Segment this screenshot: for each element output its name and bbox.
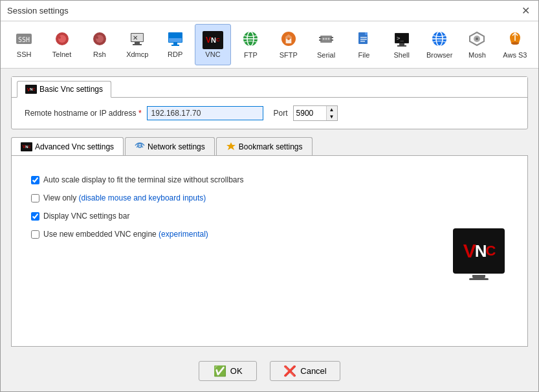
close-button[interactable]: ✕ xyxy=(519,5,532,17)
basic-vnc-body: Remote hostname or IP address * Port ▲ ▼ xyxy=(12,98,527,129)
hostname-field-group: Remote hostname or IP address * xyxy=(25,106,263,120)
footer-buttons: ✅ OK ❌ Cancel xyxy=(1,354,538,391)
adv-tab-network[interactable]: Network settings xyxy=(125,137,215,155)
port-label: Port xyxy=(274,109,288,118)
svg-rect-25 xyxy=(319,37,322,38)
viewonly-label: View only (disable mouse and keyboard in… xyxy=(43,193,206,202)
svg-rect-27 xyxy=(331,37,333,38)
proto-label-browser: Browser xyxy=(426,51,452,59)
proto-btn-sftp[interactable]: SFTP xyxy=(270,24,307,65)
viewonly-checkbox[interactable] xyxy=(31,194,39,202)
ok-label: OK xyxy=(230,366,243,376)
proto-btn-xdmcp[interactable]: ✕ Xdmcp xyxy=(119,24,155,65)
proto-label-awss3: Aws S3 xyxy=(503,51,527,59)
proto-btn-telnet[interactable]: Telnet xyxy=(43,24,80,65)
adv-tab-label-2: Bookmark settings xyxy=(239,142,303,151)
proto-btn-file[interactable]: File xyxy=(346,24,382,65)
cancel-icon: ❌ xyxy=(283,365,296,377)
session-settings-window: Session settings ✕ SSH SSH Telnet Rsh xyxy=(0,0,539,392)
svg-rect-41 xyxy=(397,45,406,47)
proto-label-serial: Serial xyxy=(317,51,335,59)
mosh-icon xyxy=(468,30,486,50)
svg-point-47 xyxy=(511,42,519,45)
svg-text:>_: >_ xyxy=(397,35,404,41)
proto-label-xdmcp: Xdmcp xyxy=(126,50,148,58)
shell-icon: >_ xyxy=(393,30,411,50)
adv-tab-bookmark[interactable]: Bookmark settings xyxy=(216,137,313,155)
svg-point-30 xyxy=(325,38,327,40)
svg-point-31 xyxy=(328,38,330,40)
network-icon xyxy=(135,141,145,152)
proto-label-mosh: Mosh xyxy=(468,51,486,59)
protocol-toolbar: SSH SSH Telnet Rsh ✕ Xdmcp xyxy=(1,21,538,69)
hostname-label: Remote hostname or IP address * xyxy=(25,109,142,118)
basic-vnc-tab-icon: VNC xyxy=(25,85,37,94)
title-bar: Session settings ✕ xyxy=(1,1,538,21)
proto-label-ftp: FTP xyxy=(244,51,258,59)
ok-button[interactable]: ✅ OK xyxy=(199,361,257,381)
window-title: Session settings xyxy=(7,6,69,16)
proto-btn-shell[interactable]: >_ Shell xyxy=(384,24,420,65)
adv-tab-label-0: Advanced Vnc settings xyxy=(35,142,114,151)
proto-btn-serial[interactable]: Serial xyxy=(308,24,344,65)
svg-marker-50 xyxy=(226,142,236,150)
svg-text:✕: ✕ xyxy=(133,34,138,41)
spinner-down-button[interactable]: ▼ xyxy=(327,113,337,120)
proto-btn-vnc[interactable]: VNC VNC xyxy=(195,24,231,65)
display-bar-checkbox[interactable] xyxy=(31,212,39,221)
svg-point-4 xyxy=(58,36,61,39)
svg-rect-17 xyxy=(171,45,179,46)
svg-point-3 xyxy=(58,35,66,43)
hostname-input[interactable] xyxy=(147,106,263,120)
new-engine-checkbox[interactable] xyxy=(31,230,39,239)
proto-btn-ssh[interactable]: SSH SSH xyxy=(6,24,42,65)
autoscale-checkbox[interactable] xyxy=(31,176,39,184)
adv-tab-advanced-vnc[interactable]: VNC Advanced Vnc settings xyxy=(11,137,124,155)
advanced-vnc-panel: VNC Advanced Vnc settings Network settin… xyxy=(11,137,528,347)
vnc-monitor-base xyxy=(469,278,489,280)
required-marker: * xyxy=(138,109,142,118)
spinner-up-button[interactable]: ▲ xyxy=(327,106,337,113)
proto-btn-rdp[interactable]: RDP xyxy=(157,24,193,65)
rsh-icon xyxy=(91,31,109,49)
bookmark-icon xyxy=(226,141,236,152)
proto-label-sftp: SFTP xyxy=(280,51,298,59)
proto-label-telnet: Telnet xyxy=(52,50,71,58)
proto-label-rdp: RDP xyxy=(168,50,182,58)
svg-rect-26 xyxy=(319,39,322,41)
svg-point-6 xyxy=(96,35,104,43)
proto-btn-mosh[interactable]: Mosh xyxy=(459,24,495,65)
vnc-logo: VNC xyxy=(453,228,505,274)
svg-rect-34 xyxy=(360,37,367,38)
vnc-logo-area: VNC xyxy=(450,169,508,333)
autoscale-label: Auto scale display to fit the terminal s… xyxy=(43,175,243,184)
port-spinner: ▲ ▼ xyxy=(293,105,338,121)
proto-btn-browser[interactable]: Browser xyxy=(421,24,457,65)
awss3-icon xyxy=(506,30,524,50)
xdmcp-icon: ✕ xyxy=(128,31,146,49)
proto-label-file: File xyxy=(358,51,370,59)
basic-vnc-tab[interactable]: VNC Basic Vnc settings xyxy=(17,81,111,98)
vnc-logo-text: VNC xyxy=(463,240,495,262)
rdp-icon xyxy=(166,31,184,49)
svg-rect-36 xyxy=(360,41,365,42)
svg-rect-12 xyxy=(133,44,142,45)
svg-text:SSH: SSH xyxy=(18,36,30,43)
checkbox-new-engine: Use new embedded VNC engine (experimenta… xyxy=(31,230,437,239)
browser-icon xyxy=(430,30,448,50)
proto-btn-awss3[interactable]: Aws S3 xyxy=(497,24,533,65)
sftp-icon xyxy=(280,30,298,50)
file-icon xyxy=(355,30,373,50)
port-input[interactable] xyxy=(294,107,326,120)
cancel-button[interactable]: ❌ Cancel xyxy=(270,361,340,381)
proto-label-shell: Shell xyxy=(394,51,410,59)
svg-point-46 xyxy=(476,38,478,40)
proto-btn-rsh[interactable]: Rsh xyxy=(82,24,118,65)
checkbox-viewonly: View only (disable mouse and keyboard in… xyxy=(31,193,437,202)
proto-btn-ftp[interactable]: FTP xyxy=(232,24,269,65)
adv-tab-label-1: Network settings xyxy=(148,142,205,151)
svg-rect-11 xyxy=(135,42,140,44)
svg-rect-35 xyxy=(360,39,367,40)
svg-rect-40 xyxy=(399,43,404,45)
checkbox-display-bar: Display VNC settings bar xyxy=(31,212,437,221)
